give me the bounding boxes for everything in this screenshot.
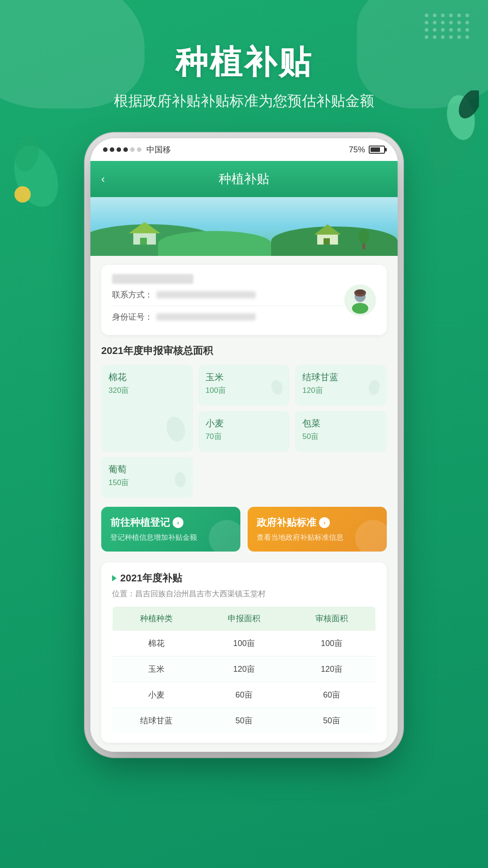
phone-mockup: 中国移 75% ‹ 种植补贴 bbox=[90, 138, 398, 752]
subsidy-title-text: 2021年度补贴 bbox=[120, 571, 182, 585]
table-row: 玉米120亩120亩 bbox=[113, 656, 376, 682]
crop-card-cotton: 棉花 320亩 bbox=[101, 365, 193, 452]
signal-dot-4 bbox=[123, 147, 128, 152]
table-cell: 50亩 bbox=[288, 708, 376, 734]
id-label: 身份证号： bbox=[112, 311, 153, 322]
house-icon-2 bbox=[312, 222, 343, 247]
avatar bbox=[344, 284, 376, 316]
battery-fill bbox=[371, 147, 380, 152]
table-cell: 100亩 bbox=[200, 631, 288, 656]
main-title: 种植补贴 bbox=[0, 41, 488, 84]
svg-marker-10 bbox=[314, 224, 341, 235]
signal-dot-2 bbox=[110, 147, 114, 152]
crop-area-pakchoi: 50亩 bbox=[302, 431, 380, 442]
table-cell: 结球甘蓝 bbox=[113, 708, 201, 734]
status-right: 75% bbox=[349, 145, 385, 155]
carrier-label: 中国移 bbox=[146, 144, 171, 155]
subsidy-section-title: 2021年度补贴 bbox=[112, 571, 376, 585]
svg-rect-9 bbox=[140, 238, 147, 245]
crop-card-cabbage: 结球甘蓝 120亩 bbox=[295, 365, 387, 406]
table-row: 结球甘蓝50亩50亩 bbox=[113, 708, 376, 734]
user-name-blurred bbox=[112, 274, 193, 284]
arrow-icon: › bbox=[173, 517, 183, 528]
arrow-icon-2: › bbox=[319, 517, 330, 528]
svg-point-16 bbox=[352, 303, 368, 314]
user-info: 联系方式： 身份证号： bbox=[112, 274, 344, 326]
svg-marker-7 bbox=[129, 222, 160, 233]
content-area: 联系方式： 身份证号： bbox=[90, 256, 398, 752]
signal-dot-1 bbox=[103, 147, 108, 152]
subsidy-table: 种植种类 申报面积 审核面积 棉花100亩100亩玉米120亩120亩小麦60亩… bbox=[112, 606, 376, 734]
crop-name-wheat: 小麦 bbox=[206, 417, 283, 429]
crop-area-wheat: 70亩 bbox=[206, 431, 283, 442]
crop-leaf-icon-cabbage bbox=[365, 376, 383, 402]
table-cell: 60亩 bbox=[288, 682, 376, 708]
status-left: 中国移 bbox=[103, 144, 171, 155]
tree-icon bbox=[357, 226, 371, 249]
crop-leaf-icon-corn bbox=[268, 376, 286, 402]
signal-dot-6 bbox=[137, 147, 141, 152]
sub-title: 根据政府补贴补贴标准为您预估补贴金额 bbox=[0, 91, 488, 111]
battery-percentage: 75% bbox=[349, 145, 365, 155]
area-section-title: 2021年度申报审核总面积 bbox=[101, 344, 387, 358]
table-row: 棉花100亩100亩 bbox=[113, 631, 376, 656]
crop-card-corn: 玉米 100亩 bbox=[198, 365, 290, 406]
back-button[interactable]: ‹ bbox=[101, 173, 105, 185]
table-cell: 棉花 bbox=[113, 631, 201, 656]
planting-register-btn[interactable]: 前往种植登记 › 登记种植信息增加补贴金额 bbox=[101, 507, 240, 552]
crop-card-pakchoi: 包菜 50亩 bbox=[295, 411, 387, 452]
header-section: 种植补贴 根据政府补贴补贴标准为您预估补贴金额 bbox=[0, 0, 488, 111]
crop-card-wheat: 小麦 70亩 bbox=[198, 411, 290, 452]
id-value-blurred bbox=[156, 313, 256, 321]
table-cell: 小麦 bbox=[113, 682, 201, 708]
svg-rect-12 bbox=[324, 238, 330, 245]
table-cell: 100亩 bbox=[288, 631, 376, 656]
user-card: 联系方式： 身份证号： bbox=[101, 265, 387, 335]
signal-dot-5 bbox=[130, 147, 135, 152]
table-header-crop: 种植种类 bbox=[113, 607, 201, 631]
app-header: ‹ 种植补贴 bbox=[90, 161, 398, 197]
crop-card-grape: 葡萄 150亩 bbox=[101, 457, 193, 498]
signal-dot-3 bbox=[117, 147, 121, 152]
location-label: 位置：昌吉回族自治州昌吉市大西渠镇玉堂村 bbox=[112, 589, 376, 599]
table-row: 小麦60亩60亩 bbox=[113, 682, 376, 708]
table-cell: 50亩 bbox=[200, 708, 288, 734]
table-cell: 60亩 bbox=[200, 682, 288, 708]
phone-wrapper: 中国移 75% ‹ 种植补贴 bbox=[0, 138, 488, 752]
subsidy-section: 2021年度补贴 位置：昌吉回族自治州昌吉市大西渠镇玉堂村 种植种类 申报面积 … bbox=[101, 562, 387, 743]
crop-name-pakchoi: 包菜 bbox=[302, 417, 380, 429]
crop-name-cotton: 棉花 bbox=[108, 371, 186, 383]
app-title-label: 种植补贴 bbox=[219, 170, 269, 188]
hill-2 bbox=[158, 231, 271, 256]
status-bar: 中国移 75% bbox=[90, 138, 398, 161]
crop-area-cotton: 320亩 bbox=[108, 385, 186, 396]
triangle-icon bbox=[112, 575, 117, 581]
crop-leaf-icon bbox=[162, 415, 189, 448]
action-row: 前往种植登记 › 登记种植信息增加补贴金额 政府补贴标准 › 查看当地政府补贴标… bbox=[101, 507, 387, 552]
crop-grid: 棉花 320亩 玉米 bbox=[101, 365, 387, 498]
table-cell: 玉米 bbox=[113, 656, 201, 682]
svg-point-14 bbox=[358, 229, 369, 244]
divider bbox=[112, 306, 344, 306]
contact-value-blurred bbox=[156, 291, 256, 298]
subsidy-standard-btn[interactable]: 政府补贴标准 › 查看当地政府补贴标准信息 bbox=[248, 507, 387, 552]
svg-point-18 bbox=[356, 290, 365, 294]
contact-label: 联系方式： bbox=[112, 289, 153, 300]
table-cell: 120亩 bbox=[200, 656, 288, 682]
crop-leaf-icon-grape bbox=[171, 468, 189, 494]
battery-icon bbox=[369, 146, 385, 154]
table-header-declared: 申报面积 bbox=[200, 607, 288, 631]
table-cell: 120亩 bbox=[288, 656, 376, 682]
hero-landscape bbox=[90, 197, 398, 256]
user-id: 身份证号： bbox=[112, 311, 344, 322]
user-contact: 联系方式： bbox=[112, 289, 344, 300]
table-header-verified: 审核面积 bbox=[288, 607, 376, 631]
house-icon bbox=[127, 220, 163, 247]
